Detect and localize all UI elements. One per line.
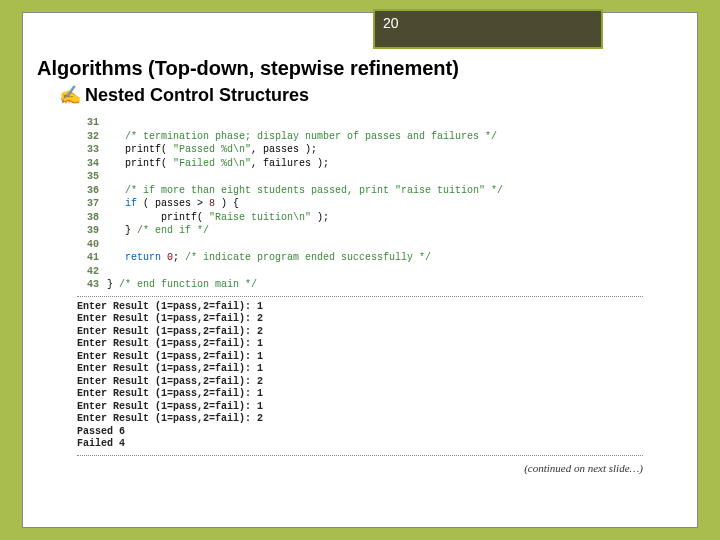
slide: 20 Algorithms (Top-down, stepwise refine…: [22, 12, 698, 528]
divider: [77, 296, 643, 297]
output-failed: Failed 4: [77, 438, 643, 451]
continued-label: (continued on next slide…): [23, 462, 643, 474]
code-line: 38 printf( "Raise tuition\n" );: [77, 211, 643, 225]
code-line: 35: [77, 170, 643, 184]
slide-number: 20: [383, 15, 399, 31]
output-line: Enter Result (1=pass,2=fail): 2: [77, 313, 643, 326]
code-line: 34 printf( "Failed %d\n", failures );: [77, 157, 643, 171]
code-line: 33 printf( "Passed %d\n", passes );: [77, 143, 643, 157]
output-line: Enter Result (1=pass,2=fail): 2: [77, 413, 643, 426]
subtitle-text: Nested Control Structures: [85, 85, 309, 105]
code-block: 3132 /* termination phase; display numbe…: [77, 116, 643, 292]
output-line: Enter Result (1=pass,2=fail): 2: [77, 376, 643, 389]
slide-subtitle: ✍Nested Control Structures: [37, 84, 697, 106]
output-line: Enter Result (1=pass,2=fail): 1: [77, 301, 643, 314]
code-line: 31: [77, 116, 643, 130]
code-line: 42: [77, 265, 643, 279]
code-line: 41 return 0; /* indicate program ended s…: [77, 251, 643, 265]
output-line: Enter Result (1=pass,2=fail): 1: [77, 363, 643, 376]
bullet-icon: ✍: [59, 85, 81, 105]
code-line: 43} /* end function main */: [77, 278, 643, 292]
slide-title: Algorithms (Top-down, stepwise refinemen…: [37, 57, 697, 80]
output-passed: Passed 6: [77, 426, 643, 439]
code-line: 32 /* termination phase; display number …: [77, 130, 643, 144]
slide-number-box: 20: [373, 9, 603, 49]
divider: [77, 455, 643, 456]
output-line: Enter Result (1=pass,2=fail): 1: [77, 351, 643, 364]
output-line: Enter Result (1=pass,2=fail): 1: [77, 338, 643, 351]
output-line: Enter Result (1=pass,2=fail): 1: [77, 401, 643, 414]
code-line: 40: [77, 238, 643, 252]
code-line: 39 } /* end if */: [77, 224, 643, 238]
output-line: Enter Result (1=pass,2=fail): 1: [77, 388, 643, 401]
code-line: 36 /* if more than eight students passed…: [77, 184, 643, 198]
output-block: Enter Result (1=pass,2=fail): 1Enter Res…: [77, 301, 643, 451]
code-line: 37 if ( passes > 8 ) {: [77, 197, 643, 211]
output-line: Enter Result (1=pass,2=fail): 2: [77, 326, 643, 339]
